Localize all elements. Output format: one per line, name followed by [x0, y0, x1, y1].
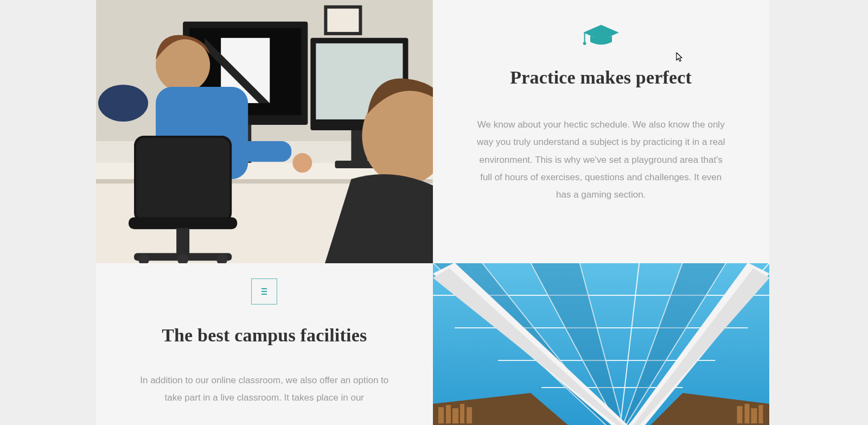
- svg-marker-30: [583, 25, 619, 41]
- feature-2-image: [433, 263, 770, 425]
- svg-rect-21: [129, 217, 237, 229]
- graduation-cap-icon: [582, 22, 621, 51]
- feature-1-image: [96, 0, 433, 263]
- svg-rect-58: [460, 404, 464, 423]
- svg-rect-62: [751, 408, 757, 423]
- feature-row-1: Practice makes perfect We know about you…: [96, 0, 769, 263]
- feature-1-text: Practice makes perfect We know about you…: [433, 0, 770, 263]
- feature-2-body: In addition to our online classroom, we …: [137, 372, 392, 407]
- content-page: Practice makes perfect We know about you…: [96, 0, 769, 425]
- feature-row-2: The best campus facilities In addition t…: [96, 263, 769, 425]
- svg-rect-61: [744, 404, 749, 423]
- svg-rect-20: [136, 138, 229, 220]
- feature-2-title: The best campus facilities: [162, 325, 367, 346]
- svg-rect-56: [446, 405, 451, 423]
- svg-rect-63: [758, 405, 763, 423]
- svg-rect-59: [467, 407, 472, 423]
- workstation-illustration: [96, 0, 433, 263]
- svg-point-32: [583, 42, 586, 45]
- svg-rect-31: [584, 33, 585, 43]
- feature-2-text: The best campus facilities In addition t…: [96, 263, 433, 425]
- svg-rect-60: [737, 406, 742, 423]
- feature-1-title: Practice makes perfect: [510, 67, 692, 88]
- svg-rect-29: [327, 9, 359, 32]
- svg-rect-22: [176, 228, 189, 255]
- svg-point-17: [292, 153, 312, 173]
- svg-rect-55: [438, 407, 444, 423]
- svg-rect-57: [452, 408, 458, 423]
- svg-rect-16: [232, 141, 291, 162]
- building-icon: [251, 278, 277, 307]
- svg-point-27: [98, 85, 148, 122]
- library-illustration: [433, 263, 770, 425]
- feature-1-body: We know about your hectic schedule. We a…: [474, 116, 729, 204]
